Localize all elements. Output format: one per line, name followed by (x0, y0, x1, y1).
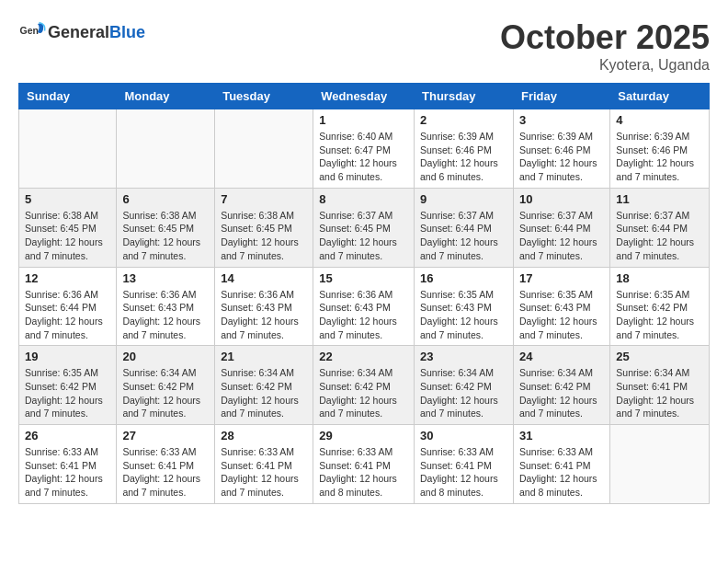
cell-info: Sunrise: 6:38 AM Sunset: 6:45 PM Dayligh… (122, 209, 209, 263)
day-number: 28 (221, 429, 307, 442)
day-number: 14 (221, 271, 307, 285)
cell-info: Sunrise: 6:39 AM Sunset: 6:46 PM Dayligh… (616, 130, 703, 184)
day-number: 3 (519, 113, 604, 127)
table-row: 31Sunrise: 6:33 AM Sunset: 6:41 PM Dayli… (513, 425, 609, 504)
cell-info: Sunrise: 6:36 AM Sunset: 6:43 PM Dayligh… (122, 288, 209, 342)
col-sunday: Sunday (19, 84, 117, 109)
logo-icon: Gen (18, 18, 46, 46)
cell-info: Sunrise: 6:36 AM Sunset: 6:43 PM Dayligh… (319, 288, 408, 342)
cell-info: Sunrise: 6:33 AM Sunset: 6:41 PM Dayligh… (122, 445, 209, 500)
cell-info: Sunrise: 6:33 AM Sunset: 6:41 PM Dayligh… (420, 445, 507, 500)
cell-info: Sunrise: 6:33 AM Sunset: 6:41 PM Dayligh… (221, 445, 307, 500)
cell-info: Sunrise: 6:33 AM Sunset: 6:41 PM Dayligh… (519, 445, 604, 500)
day-number: 18 (616, 271, 703, 285)
day-number: 19 (25, 350, 110, 363)
day-number: 8 (319, 192, 408, 206)
table-row: 23Sunrise: 6:34 AM Sunset: 6:42 PM Dayli… (415, 346, 514, 425)
day-number: 29 (319, 429, 408, 442)
calendar-table: Sunday Monday Tuesday Wednesday Thursday… (18, 83, 710, 504)
cell-info: Sunrise: 6:33 AM Sunset: 6:41 PM Dayligh… (25, 445, 110, 500)
calendar-week-row: 1Sunrise: 6:40 AM Sunset: 6:47 PM Daylig… (19, 109, 710, 189)
logo-general: General (48, 23, 109, 41)
cell-info: Sunrise: 6:34 AM Sunset: 6:42 PM Dayligh… (319, 366, 408, 420)
table-row (117, 109, 215, 189)
day-number: 21 (221, 350, 307, 363)
table-row: 7Sunrise: 6:38 AM Sunset: 6:45 PM Daylig… (215, 188, 313, 267)
cell-info: Sunrise: 6:37 AM Sunset: 6:44 PM Dayligh… (519, 209, 604, 263)
day-number: 1 (319, 113, 408, 127)
title-area: October 2025 Kyotera, Uganda (500, 18, 710, 74)
day-number: 24 (519, 350, 604, 363)
calendar-week-row: 5Sunrise: 6:38 AM Sunset: 6:45 PM Daylig… (19, 188, 710, 267)
table-row: 19Sunrise: 6:35 AM Sunset: 6:42 PM Dayli… (19, 346, 117, 425)
day-number: 25 (616, 350, 703, 363)
cell-info: Sunrise: 6:38 AM Sunset: 6:45 PM Dayligh… (25, 209, 110, 263)
cell-info: Sunrise: 6:35 AM Sunset: 6:42 PM Dayligh… (25, 366, 110, 420)
cell-info: Sunrise: 6:35 AM Sunset: 6:42 PM Dayligh… (616, 288, 703, 342)
col-monday: Monday (117, 84, 215, 109)
day-number: 11 (616, 192, 703, 206)
table-row (610, 425, 710, 504)
table-row: 27Sunrise: 6:33 AM Sunset: 6:41 PM Dayli… (117, 425, 215, 504)
col-saturday: Saturday (610, 84, 710, 109)
cell-info: Sunrise: 6:34 AM Sunset: 6:42 PM Dayligh… (519, 366, 604, 420)
table-row: 22Sunrise: 6:34 AM Sunset: 6:42 PM Dayli… (313, 346, 415, 425)
table-row: 10Sunrise: 6:37 AM Sunset: 6:44 PM Dayli… (513, 188, 609, 267)
table-row: 18Sunrise: 6:35 AM Sunset: 6:42 PM Dayli… (610, 267, 710, 346)
day-number: 15 (319, 271, 408, 285)
logo: Gen GeneralBlue (18, 18, 145, 46)
day-number: 10 (519, 192, 604, 206)
day-number: 4 (616, 113, 703, 127)
table-row: 20Sunrise: 6:34 AM Sunset: 6:42 PM Dayli… (117, 346, 215, 425)
cell-info: Sunrise: 6:40 AM Sunset: 6:47 PM Dayligh… (319, 130, 408, 184)
cell-info: Sunrise: 6:37 AM Sunset: 6:44 PM Dayligh… (420, 209, 507, 263)
day-number: 17 (519, 271, 604, 285)
day-number: 20 (122, 350, 209, 363)
table-row: 8Sunrise: 6:37 AM Sunset: 6:45 PM Daylig… (313, 188, 415, 267)
table-row: 16Sunrise: 6:35 AM Sunset: 6:43 PM Dayli… (415, 267, 514, 346)
table-row: 30Sunrise: 6:33 AM Sunset: 6:41 PM Dayli… (415, 425, 514, 504)
day-number: 2 (420, 113, 507, 127)
calendar-week-row: 19Sunrise: 6:35 AM Sunset: 6:42 PM Dayli… (19, 346, 710, 425)
cell-info: Sunrise: 6:34 AM Sunset: 6:42 PM Dayligh… (122, 366, 209, 420)
day-number: 23 (420, 350, 507, 363)
day-number: 6 (122, 192, 209, 206)
cell-info: Sunrise: 6:35 AM Sunset: 6:43 PM Dayligh… (420, 288, 507, 342)
col-friday: Friday (513, 84, 609, 109)
cell-info: Sunrise: 6:37 AM Sunset: 6:44 PM Dayligh… (616, 209, 703, 263)
table-row: 21Sunrise: 6:34 AM Sunset: 6:42 PM Dayli… (215, 346, 313, 425)
cell-info: Sunrise: 6:38 AM Sunset: 6:45 PM Dayligh… (221, 209, 307, 263)
table-row: 2Sunrise: 6:39 AM Sunset: 6:46 PM Daylig… (415, 109, 514, 189)
cell-info: Sunrise: 6:35 AM Sunset: 6:43 PM Dayligh… (519, 288, 604, 342)
cell-info: Sunrise: 6:33 AM Sunset: 6:41 PM Dayligh… (319, 445, 408, 500)
day-number: 22 (319, 350, 408, 363)
table-row (19, 109, 117, 189)
svg-text:Gen: Gen (20, 25, 39, 36)
calendar-week-row: 12Sunrise: 6:36 AM Sunset: 6:44 PM Dayli… (19, 267, 710, 346)
day-number: 12 (25, 271, 110, 285)
table-row: 13Sunrise: 6:36 AM Sunset: 6:43 PM Dayli… (117, 267, 215, 346)
page-header: Gen GeneralBlue October 2025 Kyotera, Ug… (18, 18, 710, 74)
header-row: Sunday Monday Tuesday Wednesday Thursday… (19, 84, 710, 109)
day-number: 16 (420, 271, 507, 285)
table-row: 25Sunrise: 6:34 AM Sunset: 6:41 PM Dayli… (610, 346, 710, 425)
logo-blue: Blue (109, 23, 145, 41)
day-number: 31 (519, 429, 604, 442)
col-tuesday: Tuesday (215, 84, 313, 109)
day-number: 27 (122, 429, 209, 442)
calendar-week-row: 26Sunrise: 6:33 AM Sunset: 6:41 PM Dayli… (19, 425, 710, 504)
day-number: 7 (221, 192, 307, 206)
cell-info: Sunrise: 6:34 AM Sunset: 6:42 PM Dayligh… (420, 366, 507, 420)
table-row: 9Sunrise: 6:37 AM Sunset: 6:44 PM Daylig… (415, 188, 514, 267)
month-title: October 2025 (500, 18, 710, 57)
table-row: 3Sunrise: 6:39 AM Sunset: 6:46 PM Daylig… (513, 109, 609, 189)
cell-info: Sunrise: 6:37 AM Sunset: 6:45 PM Dayligh… (319, 209, 408, 263)
table-row: 6Sunrise: 6:38 AM Sunset: 6:45 PM Daylig… (117, 188, 215, 267)
day-number: 5 (25, 192, 110, 206)
table-row: 4Sunrise: 6:39 AM Sunset: 6:46 PM Daylig… (610, 109, 710, 189)
col-thursday: Thursday (415, 84, 514, 109)
table-row (215, 109, 313, 189)
table-row: 12Sunrise: 6:36 AM Sunset: 6:44 PM Dayli… (19, 267, 117, 346)
col-wednesday: Wednesday (313, 84, 415, 109)
day-number: 9 (420, 192, 507, 206)
